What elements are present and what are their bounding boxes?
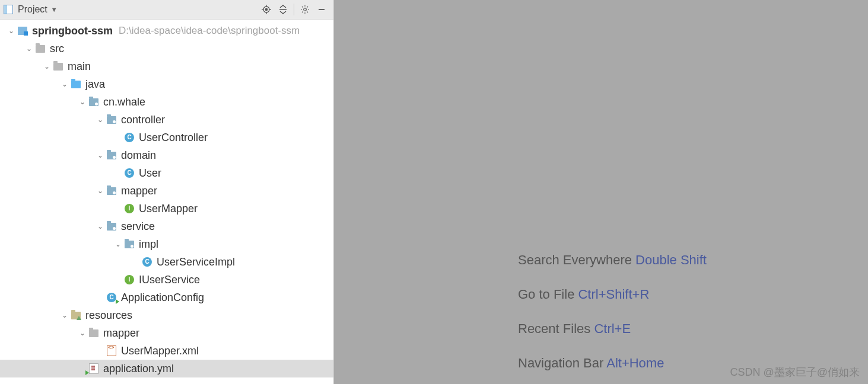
hint-shortcut: Ctrl+Shift+R xyxy=(578,287,649,302)
editor-hint-row: Navigation Bar Alt+Home xyxy=(518,346,707,380)
runnable-class-icon: C xyxy=(106,292,117,303)
chevron-down-icon[interactable]: ⌄ xyxy=(95,182,106,200)
class-icon: C xyxy=(123,132,135,143)
chevron-down-icon[interactable]: ⌄ xyxy=(95,111,106,129)
hint-text: Search Everywhere xyxy=(518,252,635,267)
chevron-down-icon[interactable]: ⌄ xyxy=(6,22,17,40)
chevron-down-icon[interactable]: ⌄ xyxy=(24,40,34,57)
editor-empty-area: Search Everywhere Double ShiftGo to File… xyxy=(334,0,868,384)
chevron-down-icon[interactable]: ▼ xyxy=(51,6,58,13)
tree-node-label: application.yml xyxy=(103,360,174,377)
editor-hints: Search Everywhere Double ShiftGo to File… xyxy=(518,243,707,380)
tree-node[interactable]: ⌄cn.whale xyxy=(0,93,333,111)
tree-node-label: UserMapper xyxy=(139,200,198,217)
tree-node[interactable]: IIUserService xyxy=(0,271,333,289)
tree-node[interactable]: CUserServiceImpl xyxy=(0,253,333,271)
xml-file-icon xyxy=(106,345,117,356)
tree-node-label: User xyxy=(139,164,161,182)
chevron-down-icon[interactable]: ⌄ xyxy=(42,57,52,75)
expand-all-button[interactable] xyxy=(275,1,291,18)
tree-node-label: main xyxy=(68,57,91,75)
tree-node-label: ApplicationConfig xyxy=(121,289,204,306)
folder-icon xyxy=(34,43,46,54)
chevron-down-icon[interactable]: ⌄ xyxy=(59,306,70,324)
tree-node-path: D:\idea-space\idea-code\springboot-ssm xyxy=(119,22,300,40)
chevron-down-icon[interactable]: ⌄ xyxy=(95,217,106,235)
tree-node[interactable]: CApplicationConfig xyxy=(0,289,333,306)
tree-node[interactable]: ⌄controller xyxy=(0,111,333,129)
tree-node-label: cn.whale xyxy=(103,93,145,111)
project-panel-title[interactable]: Project xyxy=(18,4,47,15)
chevron-down-icon[interactable]: ⌄ xyxy=(59,75,70,93)
chevron-down-icon[interactable]: ⌄ xyxy=(113,235,123,253)
watermark-text: CSDN @墨家巨子@俏如来 xyxy=(730,365,860,379)
tree-node[interactable]: UserMapper.xml xyxy=(0,342,333,360)
tree-node[interactable]: IUserMapper xyxy=(0,200,333,217)
tree-node-label: mapper xyxy=(121,182,157,200)
interface-icon: I xyxy=(123,274,135,285)
chevron-down-icon[interactable]: ⌄ xyxy=(77,324,88,342)
package-icon xyxy=(123,239,135,249)
folder-icon xyxy=(52,61,64,72)
tree-node[interactable]: ⌄impl xyxy=(0,235,333,253)
tree-node[interactable]: ⌄service xyxy=(0,217,333,235)
project-view-icon xyxy=(4,5,13,14)
resources-folder-icon xyxy=(70,310,82,321)
editor-hint-row: Search Everywhere Double Shift xyxy=(518,243,707,277)
tree-node-label: src xyxy=(50,40,64,57)
tree-node[interactable]: ⌄springboot-ssmD:\idea-space\idea-code\s… xyxy=(0,22,333,40)
tree-node-label: domain xyxy=(121,146,156,164)
package-icon xyxy=(88,97,100,107)
tree-node-label: impl xyxy=(139,235,158,253)
app-root: Project ▼ xyxy=(0,0,868,384)
package-icon xyxy=(106,150,117,161)
module-icon xyxy=(17,25,28,36)
source-folder-icon xyxy=(70,79,82,89)
tree-node[interactable]: ⌄resources xyxy=(0,306,333,324)
editor-hint-row: Recent Files Ctrl+E xyxy=(518,312,707,346)
settings-button[interactable] xyxy=(297,1,313,18)
tree-node-label: UserServiceImpl xyxy=(157,253,235,271)
tree-node-label: UserController xyxy=(139,129,208,146)
tree-node[interactable]: CUser xyxy=(0,164,333,182)
locate-button[interactable] xyxy=(258,1,275,18)
chevron-down-icon[interactable]: ⌄ xyxy=(77,93,88,111)
toolbar-separator xyxy=(294,4,294,15)
tree-node-label: controller xyxy=(121,111,165,129)
tree-node[interactable]: ⌄java xyxy=(0,75,333,93)
hint-shortcut: Ctrl+E xyxy=(594,321,631,336)
tree-node[interactable]: ⌄domain xyxy=(0,146,333,164)
chevron-down-icon[interactable]: ⌄ xyxy=(95,146,106,164)
class-icon: C xyxy=(123,168,135,178)
package-icon xyxy=(106,221,117,232)
folder-icon xyxy=(88,328,100,338)
editor-hint-row: Go to File Ctrl+Shift+R xyxy=(518,277,707,312)
tree-node-label: springboot-ssm xyxy=(32,22,113,40)
project-panel-header: Project ▼ xyxy=(0,0,333,20)
tree-node[interactable]: application.yml xyxy=(0,360,333,377)
tree-node-label: java xyxy=(85,75,105,93)
tree-node-label: IUserService xyxy=(139,271,200,289)
project-tree[interactable]: ⌄springboot-ssmD:\idea-space\idea-code\s… xyxy=(0,20,333,384)
hide-button[interactable] xyxy=(313,1,330,18)
hint-shortcut: Alt+Home xyxy=(606,356,664,370)
project-tool-window: Project ▼ xyxy=(0,0,334,384)
tree-node-label: resources xyxy=(85,306,132,324)
hint-text: Recent Files xyxy=(518,321,594,336)
tree-node[interactable]: CUserController xyxy=(0,129,333,146)
package-icon xyxy=(106,185,117,196)
hint-text: Navigation Bar xyxy=(518,356,606,370)
svg-point-7 xyxy=(304,8,307,11)
package-icon xyxy=(106,114,117,125)
interface-icon: I xyxy=(123,203,135,214)
svg-point-5 xyxy=(265,8,267,10)
yml-file-icon xyxy=(88,363,100,374)
hint-text: Go to File xyxy=(518,287,578,302)
tree-node[interactable]: ⌄mapper xyxy=(0,182,333,200)
hint-shortcut: Double Shift xyxy=(635,252,707,267)
tree-node[interactable]: ⌄src xyxy=(0,40,333,57)
tree-node[interactable]: ⌄main xyxy=(0,57,333,75)
class-icon: C xyxy=(141,257,153,267)
tree-node[interactable]: ⌄mapper xyxy=(0,324,333,342)
tree-node-label: UserMapper.xml xyxy=(121,342,199,360)
